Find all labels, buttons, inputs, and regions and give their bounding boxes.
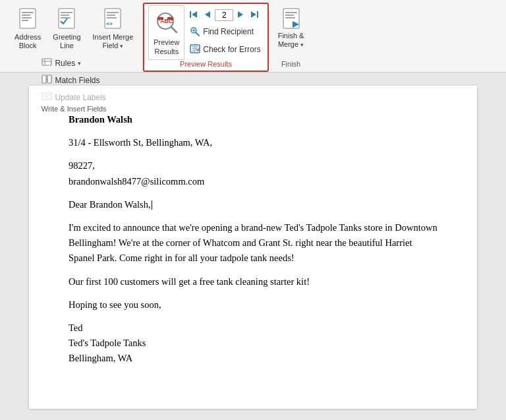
- greeting-line-icon: [57, 8, 76, 32]
- finish-merge-label: Finish &Merge ▾: [278, 32, 304, 49]
- match-fields-label: Match Fields: [55, 76, 99, 85]
- sender-name: Ted: [69, 322, 83, 333]
- address-block-button[interactable]: AddressBlock: [11, 5, 45, 53]
- body-para-2: Our first 100 customers will get a free …: [69, 274, 437, 289]
- insert-merge-field-icon: «»: [103, 8, 122, 32]
- rules-icon: [42, 57, 52, 69]
- recipient-name-para: Brandon Walsh: [69, 112, 437, 127]
- update-labels-label: Update Labels: [55, 93, 105, 102]
- address-block-icon: [18, 8, 37, 32]
- svg-line-24: [171, 27, 177, 32]
- document-content: Brandon Walsh 31/4 - Ellsworth St, Belli…: [69, 112, 437, 366]
- ribbon: AddressBlock GreetingLine: [0, 0, 506, 73]
- finish-merge-button[interactable]: Finish &Merge ▾: [274, 5, 308, 51]
- closing-para: Hoping to see you soon,: [69, 297, 437, 313]
- salutation-para: Dear Brandon Walsh,: [69, 197, 437, 212]
- company-name: Ted's Tadpole Tanks: [69, 338, 146, 348]
- svg-marker-29: [192, 11, 197, 18]
- email-address: brandonwalsh8477@silicomm.com: [69, 176, 204, 187]
- address-line1-para: 31/4 - Ellsworth St, Bellingham, WA,: [69, 135, 437, 150]
- match-fields-icon: [42, 74, 52, 86]
- closing-1: Hoping to see you soon,: [69, 299, 161, 310]
- update-labels-button[interactable]: Update Labels: [39, 90, 108, 105]
- check-errors-icon: [190, 44, 200, 56]
- navigation-controls: 2: [187, 9, 263, 22]
- record-number-input[interactable]: 2: [215, 9, 233, 21]
- check-errors-label: Check for Errors: [203, 45, 260, 54]
- company-name-para: Ted's Tadpole Tanks: [69, 336, 437, 351]
- svg-rect-14: [42, 59, 51, 65]
- salutation: Dear Brandon Walsh,: [69, 199, 151, 210]
- find-recipient-button[interactable]: Find Recipient: [187, 24, 263, 40]
- svg-rect-20: [42, 93, 51, 100]
- finish-merge-icon: [282, 8, 300, 30]
- address-line2: 98227,: [69, 160, 95, 171]
- preview-results-icon: ABC: [154, 9, 179, 36]
- svg-line-35: [196, 32, 200, 36]
- rules-button[interactable]: Rules ▾: [39, 55, 108, 71]
- write-insert-group-label: Write & Insert Fields: [42, 105, 107, 114]
- document-page: Brandon Walsh 31/4 - Ellsworth St, Belli…: [29, 86, 477, 409]
- preview-results-label: PreviewResults: [154, 38, 179, 57]
- svg-rect-17: [42, 75, 46, 83]
- address-line2-para: 98227, brandonwalsh8477@silicomm.com: [69, 158, 437, 189]
- first-record-button[interactable]: [187, 9, 200, 22]
- svg-marker-33: [251, 11, 256, 18]
- body-para-1: I'm excited to announce that we're openi…: [69, 220, 437, 266]
- preview-results-group: ABC PreviewResults: [143, 3, 268, 72]
- greeting-line-button[interactable]: GreetingLine: [49, 5, 84, 53]
- preview-results-button[interactable]: ABC PreviewResults: [148, 5, 184, 60]
- svg-marker-31: [238, 11, 243, 18]
- match-fields-button[interactable]: Match Fields: [39, 73, 108, 88]
- body-text-2: Our first 100 customers will get a free …: [69, 276, 310, 287]
- svg-marker-30: [205, 11, 210, 18]
- svg-text:«»: «»: [106, 20, 113, 27]
- cursor: [152, 200, 152, 210]
- update-labels-icon: [42, 91, 52, 104]
- last-record-button[interactable]: [248, 9, 261, 22]
- body-text-1: I'm excited to announce that we're openi…: [69, 222, 437, 263]
- svg-rect-0: [20, 9, 36, 28]
- rules-dropdown-arrow: ▾: [78, 60, 81, 67]
- prev-record-button[interactable]: [202, 9, 213, 22]
- finish-group-label: Finish: [281, 60, 300, 69]
- city-state-para: Bellingham, WA: [69, 351, 437, 366]
- next-record-button[interactable]: [235, 9, 246, 22]
- preview-results-group-label: Preview Results: [180, 60, 232, 69]
- find-recipient-label: Find Recipient: [203, 27, 254, 36]
- address-line1: 31/4 - Ellsworth St, Bellingham, WA,: [69, 137, 212, 148]
- greeting-line-label: GreetingLine: [53, 33, 80, 50]
- check-errors-button[interactable]: Check for Errors: [187, 42, 263, 57]
- finish-group: Finish &Merge ▾ Finish: [269, 3, 314, 72]
- city-state: Bellingham, WA: [69, 353, 132, 363]
- rules-label: Rules: [55, 59, 75, 68]
- svg-rect-18: [47, 75, 51, 83]
- sender-name-para: Ted: [69, 320, 437, 336]
- insert-merge-field-button[interactable]: «» Insert MergeField ▾: [89, 5, 138, 53]
- find-recipient-icon: [190, 26, 200, 38]
- insert-merge-label: Insert MergeField ▾: [93, 33, 134, 50]
- address-block-label: AddressBlock: [14, 33, 41, 50]
- recipient-name: Brandon Walsh: [69, 114, 132, 125]
- write-insert-group: AddressBlock GreetingLine: [5, 3, 143, 72]
- document-area: Brandon Walsh 31/4 - Ellsworth St, Belli…: [0, 73, 506, 420]
